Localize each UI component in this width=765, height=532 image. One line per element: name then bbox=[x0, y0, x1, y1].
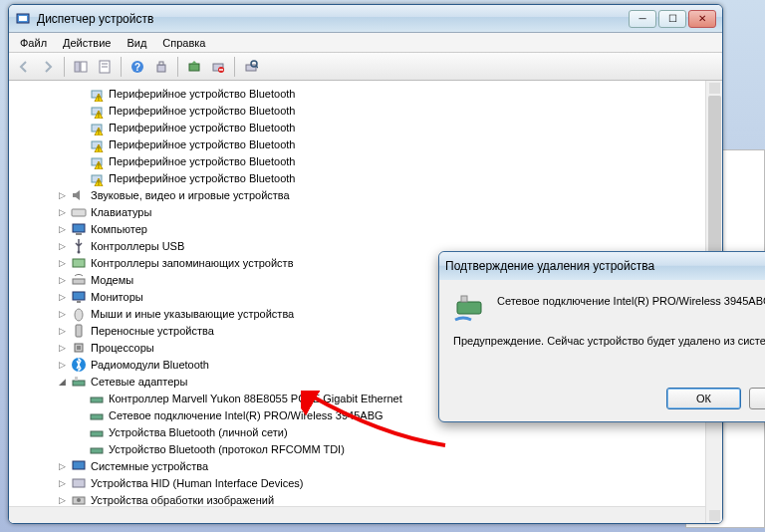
uninstall-button[interactable] bbox=[207, 56, 229, 78]
svg-rect-53 bbox=[457, 302, 481, 314]
expand-icon[interactable]: ▷ bbox=[57, 257, 68, 268]
svg-rect-10 bbox=[159, 62, 163, 65]
tree-item[interactable]: !Периферийное устройство Bluetooth bbox=[17, 169, 722, 186]
tree-item[interactable]: !Периферийное устройство Bluetooth bbox=[17, 135, 722, 152]
network-adapter-icon bbox=[89, 391, 105, 406]
tree-category-label: Контроллеры запоминающих устройств bbox=[91, 257, 293, 269]
expand-icon[interactable]: ▷ bbox=[57, 206, 68, 217]
svg-rect-45 bbox=[91, 398, 103, 402]
tree-category-hid[interactable]: ▷Устройства HID (Human Interface Devices… bbox=[17, 474, 722, 491]
toolbar-separator bbox=[177, 57, 178, 77]
expand-icon[interactable]: ▷ bbox=[57, 342, 68, 353]
tree-category-system[interactable]: ▷Системные устройства bbox=[17, 457, 722, 474]
tree-item-label: Периферийное устройство Bluetooth bbox=[109, 172, 295, 184]
menu-file[interactable]: Файл bbox=[13, 35, 54, 51]
tree-item-label: Периферийное устройство Bluetooth bbox=[109, 155, 295, 167]
expand-icon[interactable]: ▷ bbox=[57, 477, 68, 488]
back-button[interactable] bbox=[13, 56, 35, 78]
network-adapter-icon bbox=[89, 424, 105, 440]
tree-category-computer[interactable]: ▷Компьютер bbox=[17, 220, 722, 237]
svg-text:!: ! bbox=[98, 129, 100, 135]
tree-item[interactable]: !Периферийное устройство Bluetooth bbox=[17, 152, 722, 169]
svg-rect-30 bbox=[72, 209, 86, 216]
tree-item-bt-pan[interactable]: Устройства Bluetooth (личной сети) bbox=[17, 423, 722, 440]
tree-category-label: Звуковые, видео и игровые устройства bbox=[91, 189, 290, 201]
tree-category-label: Устройства HID (Human Interface Devices) bbox=[91, 477, 303, 489]
svg-rect-50 bbox=[73, 479, 85, 487]
close-button[interactable]: ✕ bbox=[688, 10, 716, 28]
device-warning-icon: ! bbox=[89, 120, 105, 135]
scrollbar-thumb[interactable] bbox=[708, 96, 721, 275]
expand-icon[interactable]: ▷ bbox=[57, 240, 68, 251]
menu-action[interactable]: Действие bbox=[56, 35, 118, 51]
titlebar[interactable]: Диспетчер устройств ─ ☐ ✕ bbox=[9, 5, 722, 33]
svg-text:!: ! bbox=[98, 179, 100, 186]
expand-icon[interactable]: ▷ bbox=[57, 189, 68, 200]
cancel-button[interactable]: Отмена bbox=[749, 388, 765, 409]
svg-rect-32 bbox=[76, 233, 82, 235]
tree-item[interactable]: !Периферийное устройство Bluetooth bbox=[17, 102, 722, 119]
menu-help[interactable]: Справка bbox=[155, 35, 212, 51]
expand-icon[interactable]: ▷ bbox=[57, 308, 68, 319]
svg-rect-48 bbox=[91, 448, 103, 453]
tree-category-sound[interactable]: ▷Звуковые, видео и игровые устройства bbox=[17, 186, 722, 203]
properties-button[interactable] bbox=[94, 56, 116, 78]
collapse-icon[interactable]: ◢ bbox=[57, 376, 68, 387]
tree-item-label: Устройства Bluetooth (личной сети) bbox=[109, 426, 288, 438]
dialog-device-name: Сетевое подключение Intel(R) PRO/Wireles… bbox=[497, 294, 765, 324]
ok-button[interactable]: ОК bbox=[666, 388, 741, 409]
expand-icon[interactable]: ▷ bbox=[57, 223, 68, 234]
expand-icon[interactable]: ▷ bbox=[57, 291, 68, 302]
svg-rect-3 bbox=[81, 62, 87, 72]
hid-icon bbox=[71, 475, 87, 491]
tree-item[interactable]: !Периферийное устройство Bluetooth bbox=[17, 85, 722, 102]
scan-hardware-button[interactable] bbox=[240, 56, 262, 78]
cpu-icon bbox=[71, 340, 87, 356]
expand-icon[interactable]: ▷ bbox=[57, 274, 68, 285]
horizontal-scrollbar[interactable] bbox=[9, 506, 705, 523]
svg-rect-44 bbox=[75, 377, 78, 381]
bluetooth-icon bbox=[71, 357, 87, 373]
svg-point-33 bbox=[78, 250, 81, 253]
monitor-icon bbox=[71, 289, 87, 305]
menu-view[interactable]: Вид bbox=[120, 35, 153, 51]
tree-item-bt-rfcomm[interactable]: Устройство Bluetooth (протокол RFCOMM TD… bbox=[17, 440, 722, 457]
tree-category-label: Системные устройства bbox=[91, 460, 208, 472]
mouse-icon bbox=[71, 306, 87, 322]
toolbar-action-button[interactable] bbox=[150, 56, 172, 78]
maximize-button[interactable]: ☐ bbox=[658, 10, 686, 28]
svg-rect-46 bbox=[91, 414, 103, 419]
update-driver-button[interactable] bbox=[183, 56, 205, 78]
storage-icon bbox=[71, 255, 87, 271]
svg-rect-9 bbox=[157, 65, 165, 72]
forward-button[interactable] bbox=[37, 56, 59, 78]
svg-rect-54 bbox=[461, 296, 467, 302]
help-button[interactable]: ? bbox=[127, 56, 148, 78]
show-hide-tree-button[interactable] bbox=[70, 56, 92, 78]
device-warning-icon: ! bbox=[89, 103, 105, 119]
svg-text:!: ! bbox=[98, 112, 100, 119]
tree-category-label: Модемы bbox=[91, 274, 133, 286]
tree-item-label: Контроллер Marvell Yukon 88E8055 PCI-E G… bbox=[109, 393, 402, 404]
portable-icon bbox=[71, 323, 87, 339]
computer-icon bbox=[71, 221, 87, 237]
network-adapter-icon bbox=[89, 407, 105, 423]
expand-icon[interactable]: ▷ bbox=[57, 460, 68, 471]
tree-item-label: Периферийное устройство Bluetooth bbox=[109, 122, 295, 133]
toolbar: ? bbox=[9, 53, 722, 81]
expand-icon[interactable]: ▷ bbox=[57, 325, 68, 336]
expand-icon[interactable]: ▷ bbox=[57, 359, 68, 370]
device-warning-icon: ! bbox=[89, 136, 105, 152]
minimize-button[interactable]: ─ bbox=[629, 10, 656, 28]
expand-icon[interactable]: ▷ bbox=[57, 494, 68, 505]
svg-rect-47 bbox=[91, 431, 103, 436]
app-icon bbox=[15, 11, 31, 27]
svg-rect-36 bbox=[73, 292, 85, 300]
tree-item[interactable]: !Периферийное устройство Bluetooth bbox=[17, 119, 722, 135]
svg-rect-39 bbox=[76, 325, 82, 337]
tree-category-keyboard[interactable]: ▷Клавиатуры bbox=[17, 203, 722, 220]
svg-rect-35 bbox=[73, 279, 85, 284]
keyboard-icon bbox=[71, 204, 87, 220]
dialog-title: Подтверждение удаления устройства bbox=[445, 259, 765, 273]
dialog-titlebar[interactable]: Подтверждение удаления устройства ✕ bbox=[439, 252, 765, 280]
